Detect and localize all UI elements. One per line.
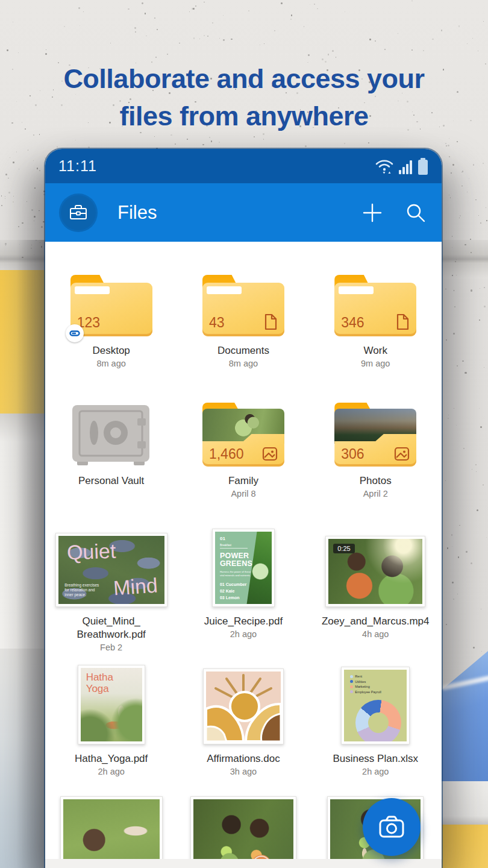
item-name: Family	[228, 474, 258, 488]
item-count: 43	[209, 315, 225, 331]
item-date: April 8	[231, 489, 255, 498]
item-name: Zoey_and_Marcus.mp4	[322, 615, 430, 628]
folder-icon: 43	[202, 275, 284, 336]
item-name: Juice_Recipe.pdf	[204, 615, 283, 628]
status-bar: 11:11	[45, 149, 442, 183]
item-date: 9m ago	[361, 359, 390, 368]
item-name: Personal Vault	[78, 474, 144, 488]
background-white-strip-right	[442, 781, 488, 825]
document-icon	[395, 313, 410, 330]
legend-label: Rent	[355, 675, 362, 678]
screen-bottom-strip	[45, 859, 442, 868]
item-count: 1,460	[209, 446, 244, 462]
signal-bars-icon	[399, 159, 413, 175]
tile-affirmations-doc[interactable]: Affirmations.doc 3h ago	[177, 667, 309, 776]
phone-mockup: 11:11	[45, 149, 442, 868]
item-date: April 2	[363, 489, 388, 498]
account-button[interactable]	[61, 195, 96, 230]
item-date: Feb 2	[100, 643, 122, 652]
photo-thumbnail	[193, 799, 293, 868]
item-name: Business Plan.xlsx	[333, 752, 418, 766]
tile-zoey-and-marcus-video[interactable]: 0:25 Zoey_and_Marcus.mp4 4h ago	[310, 531, 442, 652]
item-count: 306	[341, 446, 364, 462]
photo-folder-icon: 1,460	[202, 403, 284, 467]
pdf-thumbnail: Quiet Mind Breathing exercises for relax…	[58, 536, 164, 604]
pdf-thumbnail: Hatha Yoga	[81, 668, 142, 741]
document-icon	[263, 313, 278, 330]
folder-icon: 346	[334, 275, 416, 336]
item-name: Affirmations.doc	[207, 752, 280, 766]
headline-line1: Collaborate and access your	[0, 60, 488, 98]
thumb-caption: Breathing exercises for relaxation and i…	[64, 583, 101, 597]
plus-button[interactable]	[362, 203, 383, 223]
item-date: 2h ago	[362, 767, 389, 776]
item-name: Photos	[360, 474, 392, 488]
photo-thumbnail	[63, 799, 160, 868]
doc-thumbnail-sun-art	[206, 671, 281, 741]
item-name: Documents	[217, 344, 269, 357]
tile-desktop[interactable]: 123 Desktop 8m ago	[45, 274, 177, 368]
tile-family[interactable]: 1,460 Family April 8	[177, 403, 309, 498]
background-yellow-paper-right	[442, 825, 488, 868]
item-date: 3h ago	[230, 767, 257, 776]
item-date: 8m ago	[229, 359, 258, 368]
spreadsheet-thumbnail: Rent Utilities Marketing Employee Payrol…	[344, 670, 407, 741]
tile-work[interactable]: 346 Work 9m ago	[310, 274, 442, 368]
donut-chart	[355, 700, 401, 742]
photo-folder-icon: 306	[334, 403, 416, 467]
headline-line2: files from anywhere	[0, 98, 488, 135]
video-duration-badge: 0:25	[333, 544, 354, 553]
thumb-text: Hatha Yoga	[86, 671, 113, 694]
item-date: 2h ago	[98, 767, 124, 776]
tile-business-plan-xlsx[interactable]: Rent Utilities Marketing Employee Payrol…	[310, 667, 442, 776]
briefcase-icon	[69, 204, 88, 222]
tile-hatha-yoga-pdf[interactable]: Hatha Yoga Hatha_Yoga.pdf 2h ago	[45, 667, 177, 776]
item-name: Work	[364, 344, 387, 357]
status-time: 11:11	[58, 157, 97, 175]
item-name: Quiet_Mind_ Breathwork.pdf	[77, 615, 145, 641]
safe-vault-icon	[66, 403, 157, 467]
legend-label: Utilities	[355, 680, 366, 684]
item-count: 346	[341, 315, 364, 331]
tile-quiet-mind-pdf[interactable]: Quiet Mind Breathing exercises for relax…	[45, 531, 177, 652]
search-button[interactable]	[405, 203, 426, 223]
item-name: Hatha_Yoga.pdf	[75, 752, 148, 766]
legend-label: Marketing	[355, 685, 370, 688]
tile-photos[interactable]: 306 Photos April 2	[310, 403, 442, 498]
marketing-headline: Collaborate and access your files from a…	[0, 60, 488, 135]
wifi-updown-icon	[374, 158, 395, 175]
tile-photo-partial-1[interactable]	[45, 796, 177, 868]
folder-icon: 123	[70, 275, 152, 336]
app-bar: Files	[45, 183, 442, 242]
image-icon	[262, 447, 278, 461]
thumb-text: Breakfast	[220, 544, 248, 549]
background-left-shadow	[0, 240, 47, 868]
thumb-text: Mind	[113, 573, 158, 600]
status-icons	[374, 158, 428, 175]
page-title: Files	[117, 202, 362, 224]
tile-personal-vault[interactable]: Personal Vault	[45, 403, 177, 498]
item-date: 2h ago	[230, 629, 257, 639]
camera-icon	[378, 815, 405, 839]
item-name: Desktop	[92, 344, 130, 357]
image-icon	[394, 447, 410, 461]
file-grid: 123 Desktop 8m ago	[45, 242, 442, 868]
tile-photo-partial-2[interactable]	[177, 796, 309, 868]
tile-juice-recipe-pdf[interactable]: 01 Breakfast POWER GREENS Harness the po…	[177, 531, 309, 652]
shared-link-badge	[66, 324, 84, 342]
tile-documents[interactable]: 43 Documents 8m ago	[177, 274, 309, 368]
video-thumbnail: 0:25	[328, 539, 422, 604]
thumb-text: Quiet	[66, 539, 116, 564]
camera-fab-button[interactable]	[363, 798, 421, 856]
item-date: 4h ago	[362, 629, 389, 639]
pdf-thumbnail: 01 Breakfast POWER GREENS Harness the po…	[215, 532, 272, 604]
battery-icon	[418, 158, 428, 175]
item-date: 8m ago	[96, 359, 125, 368]
legend-label: Employee Payroll	[355, 690, 381, 694]
thumb-text: Harness the power of these vital mineral…	[220, 570, 251, 577]
